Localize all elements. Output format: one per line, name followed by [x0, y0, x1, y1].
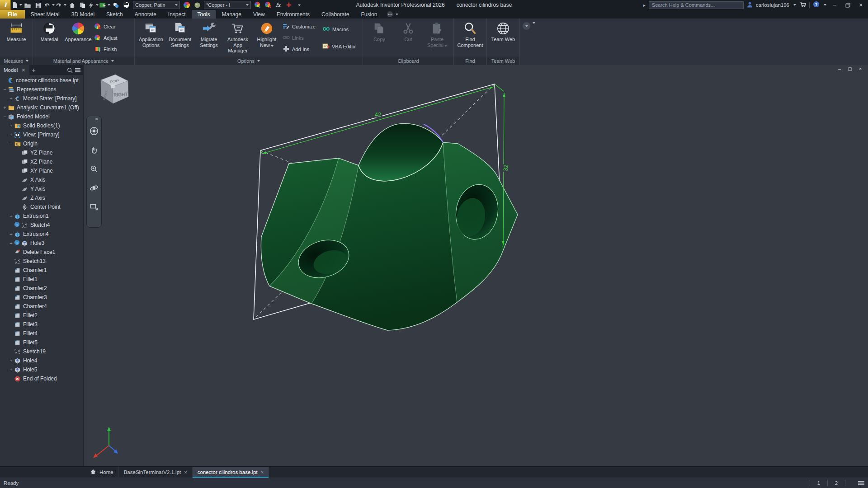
doc-close-button[interactable]: × — [857, 66, 863, 72]
navigation-wheel-icon[interactable] — [87, 122, 101, 141]
highlight-new-button[interactable]: Highlight New — [253, 20, 281, 56]
tab-environments[interactable]: Environments — [271, 10, 316, 19]
clear-button[interactable]: Clear — [94, 22, 131, 31]
page-indicator[interactable]: 1 — [816, 480, 821, 486]
finish-button[interactable]: Finish — [94, 45, 131, 54]
status-menu-icon[interactable] — [858, 481, 864, 485]
tree-item-analysis-curvature1-off[interactable]: +Analysis: Curvature1 (Off) — [0, 103, 83, 112]
browser-menu-icon[interactable] — [74, 66, 83, 75]
tree-item-fillet4[interactable]: Fillet4 — [0, 329, 83, 338]
group-label[interactable]: Options — [135, 56, 363, 65]
tweak-icon[interactable] — [111, 0, 121, 10]
links-button[interactable]: Links — [283, 33, 320, 42]
document-settings-button[interactable]: Document Settings — [166, 20, 194, 56]
tab-tools[interactable]: Tools — [192, 10, 216, 19]
paste-small-icon[interactable] — [77, 0, 87, 10]
group-label[interactable]: Measure — [0, 56, 33, 65]
open-icon[interactable] — [23, 0, 33, 10]
tree-item-chamfer3[interactable]: Chamfer3 — [0, 293, 83, 302]
tree-item-chamfer2[interactable]: Chamfer2 — [0, 284, 83, 293]
paste-special-button[interactable]: Paste Special — [423, 20, 451, 56]
fx-icon[interactable]: fx — [274, 0, 283, 10]
cut-button[interactable]: Cut — [394, 20, 422, 56]
material-button[interactable]: Material — [35, 20, 63, 56]
new-file-icon[interactable] — [11, 0, 22, 10]
orbit-icon[interactable] — [87, 178, 101, 197]
tab-3d-model[interactable]: 3D Model — [66, 10, 100, 19]
tab-view[interactable]: View — [247, 10, 271, 19]
tree-item-extrusion1[interactable]: +Extrusion1 — [0, 211, 83, 221]
close-icon[interactable]: × — [184, 469, 187, 475]
user-caret-icon[interactable] — [793, 4, 796, 6]
clear-appearance-icon[interactable] — [263, 0, 273, 10]
ribbon-options-button[interactable] — [523, 22, 530, 30]
tab-annotate[interactable]: Annotate — [129, 10, 162, 19]
cart-icon[interactable] — [799, 1, 806, 9]
tree-item-solid-bodies-1[interactable]: +Solid Bodies(1) — [0, 121, 83, 130]
fusion-menu[interactable] — [383, 10, 402, 19]
tree-item-model-state-primary[interactable]: +Model State: [Primary] — [0, 94, 83, 103]
tree-item-sketch13[interactable]: Sketch13 — [0, 257, 83, 266]
tree-item-extrusion4[interactable]: +Extrusion4 — [0, 230, 83, 239]
tree-item-yz-plane[interactable]: YZ Plane — [0, 148, 83, 157]
tree-item-x-axis[interactable]: X Axis — [0, 175, 83, 184]
expand-icon[interactable]: + — [8, 358, 14, 363]
pan-hand-icon[interactable] — [87, 141, 101, 160]
macros-button[interactable]: Macros — [322, 25, 359, 34]
help-caret-icon[interactable] — [824, 4, 826, 6]
tree-item-xy-plane[interactable]: XY Plane — [0, 166, 83, 175]
measure-button[interactable]: Measure — [2, 20, 30, 56]
expand-icon[interactable]: + — [8, 231, 14, 237]
appearance-ball-icon[interactable] — [192, 0, 202, 10]
find-component-button[interactable]: Find Component — [456, 20, 484, 56]
tree-item-hole4[interactable]: +Hole4 — [0, 356, 83, 365]
tree-item-end-of-folded[interactable]: End of Folded — [0, 374, 83, 383]
select-icon[interactable] — [99, 0, 110, 10]
doc-tab-home[interactable]: Home — [85, 467, 119, 478]
tab-file[interactable]: File — [0, 10, 25, 19]
tree-item-chamfer1[interactable]: Chamfer1 — [0, 266, 83, 275]
minimize-button[interactable]: – — [830, 0, 840, 10]
add-ins-button[interactable]: Add-Ins — [283, 45, 320, 54]
redo-icon[interactable] — [55, 0, 66, 10]
restore-button[interactable] — [843, 0, 853, 10]
tree-item-representations[interactable]: −Representations — [0, 85, 83, 94]
tree-item-conector-cilindros-base-ipt[interactable]: conector cilindros base.ipt — [0, 76, 83, 85]
vba-editor-button[interactable]: VBA Editor — [322, 42, 359, 51]
navigation-bar[interactable]: ✕ — [86, 116, 102, 228]
close-button[interactable]: × — [856, 0, 866, 10]
customize-button[interactable]: Customize — [283, 22, 320, 31]
tree-item-delete-face1[interactable]: Delete Face1 — [0, 248, 83, 257]
look-at-icon[interactable] — [87, 197, 101, 216]
tree-item-view-primary[interactable]: +View: [Primary] — [0, 130, 83, 139]
application-options-button[interactable]: Application Options — [137, 20, 165, 56]
expand-icon[interactable]: + — [8, 123, 14, 128]
browser-tab-model[interactable]: Model ✕ — [0, 65, 29, 75]
tree-item-sketch19[interactable]: Sketch19 — [0, 347, 83, 356]
material-ball-icon[interactable] — [121, 0, 131, 10]
tree-item-chamfer4[interactable]: Chamfer4 — [0, 302, 83, 311]
save-icon[interactable] — [33, 0, 43, 10]
tab-manage[interactable]: Manage — [216, 10, 247, 19]
tab-sketch[interactable]: Sketch — [100, 10, 129, 19]
expand-icon[interactable]: + — [8, 240, 14, 246]
tab-inspect[interactable]: Inspect — [162, 10, 192, 19]
doc-tab-conector-cilindros-base-ipt[interactable]: conector cilindros base.ipt× — [193, 467, 269, 478]
tree-item-hole5[interactable]: +Hole5 — [0, 365, 83, 374]
tree-item-xz-plane[interactable]: XZ Plane — [0, 157, 83, 166]
collapse-icon[interactable]: − — [2, 87, 8, 92]
doc-restore-button[interactable]: ◻ — [847, 66, 853, 72]
appearance-button[interactable]: Appearance — [64, 20, 92, 56]
adjust-button[interactable]: Adjust — [94, 33, 131, 42]
autodesk-app-manager-button[interactable]: Autodesk App Manager — [224, 20, 252, 56]
expand-icon[interactable]: + — [8, 132, 14, 137]
tab-fusion[interactable]: Fusion — [355, 10, 383, 19]
expand-icon[interactable]: + — [8, 213, 14, 219]
material-select-dropdown[interactable]: Copper, Patin — [133, 1, 180, 9]
migrate-settings-button[interactable]: Migrate Settings — [195, 20, 223, 56]
expand-icon[interactable]: + — [2, 105, 8, 110]
adjust-appearance-icon[interactable] — [253, 0, 263, 10]
qat-caret-icon[interactable] — [294, 0, 304, 10]
undo-icon[interactable] — [43, 0, 55, 10]
tree-item-origin[interactable]: −Origin — [0, 139, 83, 148]
